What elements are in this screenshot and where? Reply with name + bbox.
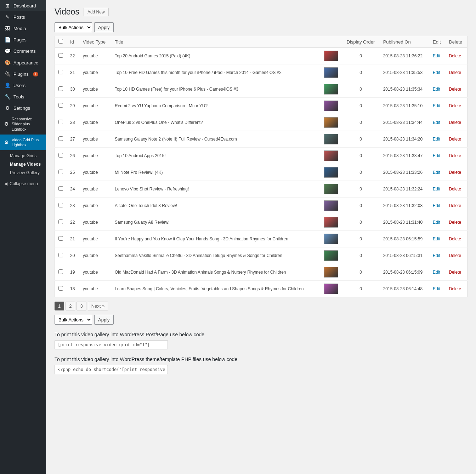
sidebar-item-plugins[interactable]: 🔌 Plugins 1 [0,68,46,80]
row-checkbox[interactable] [58,136,63,141]
row-order: 0 [342,198,379,214]
row-checkbox[interactable] [58,153,63,158]
edit-link[interactable]: Edit [433,153,440,158]
shortcode-input-1[interactable] [55,340,168,349]
apply-button-top[interactable]: Apply [94,22,114,32]
edit-link[interactable]: Edit [433,53,440,58]
row-checkbox[interactable] [58,70,63,74]
select-all-checkbox[interactable] [58,39,63,44]
shortcode-input-2[interactable] [55,365,168,374]
delete-link[interactable]: Delete [449,103,461,108]
edit-link[interactable]: Edit [433,137,440,142]
row-id: 32 [67,48,79,64]
thumbnail [324,51,338,61]
row-edit-cell: Edit [429,181,445,198]
edit-link[interactable]: Edit [433,103,440,108]
delete-link[interactable]: Delete [449,220,461,225]
delete-link[interactable]: Delete [449,137,461,142]
sidebar-item-users[interactable]: 👤 Users [0,80,46,91]
row-title: Top 10 HD Games (Free) for your iPhone 6… [111,81,321,98]
sidebar-item-responsive-slider[interactable]: ⚙ Responsive Slider plus Lightbox [0,114,46,135]
delete-link[interactable]: Delete [449,153,461,158]
bulk-actions-select-bottom[interactable]: Bulk Actions [55,315,92,325]
row-id: 28 [67,114,79,131]
sidebar-sub-preview-gallery[interactable]: Preview Gallery [0,169,46,177]
row-checkbox[interactable] [58,203,63,207]
row-title: Samsung Galaxy A8 Review! [111,214,321,231]
edit-link[interactable]: Edit [433,87,440,92]
sidebar-item-appearance[interactable]: 🎨 Appearance [0,57,46,68]
row-type: youtube [79,281,111,297]
sidebar-item-media[interactable]: 🖼 Media [0,23,46,34]
edit-link[interactable]: Edit [433,236,440,241]
edit-link[interactable]: Edit [433,270,440,275]
delete-link[interactable]: Delete [449,53,461,58]
row-thumb [321,131,342,148]
row-delete-cell: Delete [445,264,467,281]
row-title: Learn Shapes Song | Colors, Vehicles, Fr… [111,281,321,297]
row-order: 0 [342,264,379,281]
row-delete-cell: Delete [445,98,467,114]
edit-link[interactable]: Edit [433,203,440,208]
delete-link[interactable]: Delete [449,236,461,241]
sidebar-item-settings[interactable]: ⚙ Settings [0,102,46,114]
delete-link[interactable]: Delete [449,120,461,125]
row-checkbox[interactable] [58,120,63,124]
sidebar-item-label: Users [13,83,26,88]
thumbnail [324,117,338,128]
row-type: youtube [79,181,111,198]
sidebar: ⊞ Dashboard ✎ Posts 🖼 Media 📄 Pages 💬 Co… [0,0,46,474]
row-checkbox[interactable] [58,103,63,108]
edit-link[interactable]: Edit [433,120,440,125]
sidebar-sub-manage-videos[interactable]: Manage Videos [0,160,46,169]
row-type: youtube [79,64,111,81]
add-new-button[interactable]: Add New [84,8,109,16]
delete-link[interactable]: Delete [449,170,461,175]
delete-link[interactable]: Delete [449,253,461,258]
row-checkbox[interactable] [58,186,63,191]
edit-link[interactable]: Edit [433,220,440,225]
edit-link[interactable]: Edit [433,286,440,291]
page-3-button[interactable]: 3 [76,302,86,310]
sidebar-item-posts[interactable]: ✎ Posts [0,11,46,23]
sidebar-item-comments[interactable]: 💬 Comments [0,45,46,57]
row-checkbox[interactable] [58,86,63,91]
row-thumb [321,114,342,131]
row-checkbox[interactable] [58,219,63,224]
row-id: 27 [67,131,79,148]
apply-button-bottom[interactable]: Apply [94,315,114,325]
delete-link[interactable]: Delete [449,270,461,275]
sidebar-item-pages[interactable]: 📄 Pages [0,34,46,45]
row-thumb [321,181,342,198]
row-edit-cell: Edit [429,114,445,131]
delete-link[interactable]: Delete [449,70,461,75]
page-1-button[interactable]: 1 [55,302,64,310]
sidebar-item-dashboard[interactable]: ⊞ Dashboard [0,0,46,11]
bulk-actions-select-top[interactable]: Bulk Actions [55,22,92,32]
row-checkbox[interactable] [58,269,63,274]
delete-link[interactable]: Delete [449,203,461,208]
edit-link[interactable]: Edit [433,70,440,75]
row-checkbox[interactable] [58,53,63,58]
edit-link[interactable]: Edit [433,170,440,175]
sidebar-item-video-grid[interactable]: ⚙ Video Grid Plus Lightbox [0,135,46,150]
slider-icon: ⚙ [4,121,9,127]
edit-link[interactable]: Edit [433,187,440,192]
row-checkbox[interactable] [58,236,63,241]
sidebar-sub-manage-grids[interactable]: Manage Grids [0,152,46,160]
sidebar-item-tools[interactable]: 🔧 Tools [0,91,46,102]
delete-link[interactable]: Delete [449,286,461,291]
row-checkbox[interactable] [58,253,63,257]
edit-link[interactable]: Edit [433,253,440,258]
thumbnail [324,234,338,244]
row-checkbox[interactable] [58,170,63,174]
page-2-button[interactable]: 2 [66,302,75,310]
posts-icon: ✎ [4,14,11,20]
delete-link[interactable]: Delete [449,187,461,192]
next-page-button[interactable]: Next » [88,302,108,310]
row-thumb [321,48,342,64]
row-checkbox[interactable] [58,286,63,291]
collapse-menu-button[interactable]: ◀ Collapse menu [0,178,46,189]
delete-link[interactable]: Delete [449,87,461,92]
collapse-label: Collapse menu [10,181,38,186]
